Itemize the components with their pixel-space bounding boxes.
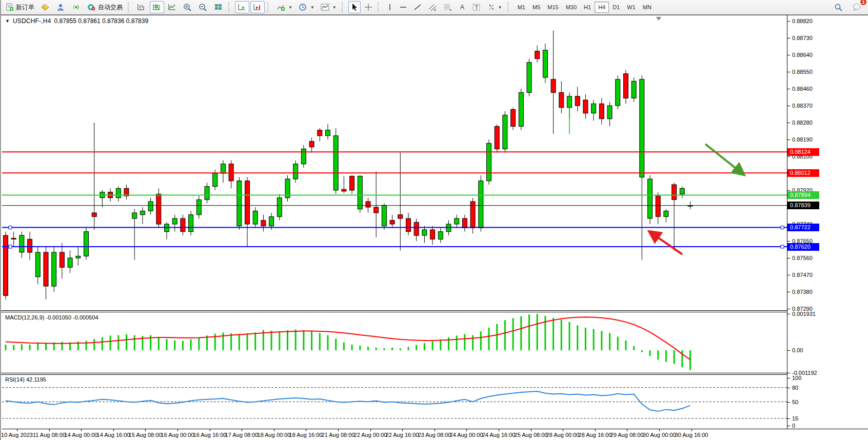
text-label-icon: T	[472, 3, 481, 11]
new-order-icon	[6, 3, 14, 11]
toolbar-separator	[378, 2, 381, 12]
time-axis[interactable]: 10 Aug 202311 Aug 08:0014 Aug 00:0014 Au…	[2, 429, 868, 440]
time-tick	[499, 429, 499, 431]
auto-scroll-icon	[238, 3, 247, 11]
red-up-arrow[interactable]	[650, 232, 682, 254]
gold-icon	[41, 3, 50, 11]
time-tick	[531, 429, 531, 431]
trendline-button[interactable]	[411, 1, 424, 13]
zoom-in-icon	[183, 3, 192, 11]
horizontal-line-button[interactable]	[397, 1, 410, 13]
time-tick	[49, 429, 50, 431]
chat-icon	[852, 3, 861, 11]
autotrading-icon	[87, 3, 96, 11]
support-blue-line-1-price-tag[interactable]: 0.87722	[787, 224, 819, 231]
signal-button[interactable]	[69, 1, 83, 13]
price-tick: 0.88370	[787, 102, 813, 109]
timeframe-MN[interactable]: MN	[639, 2, 655, 13]
support-blue-line-2-price-tag[interactable]: 0.87620	[787, 243, 819, 251]
resistance-line-2-price-tag[interactable]: 0.88012	[787, 169, 819, 177]
price-axis[interactable]: 0.888200.887300.886400.885500.884600.883…	[787, 15, 868, 429]
time-tick	[627, 429, 627, 431]
price-tick: 0.88820	[787, 17, 813, 25]
timeframe-H1[interactable]: H1	[580, 2, 595, 13]
candlestick-chart-button[interactable]	[150, 1, 164, 13]
zoom-out-icon	[199, 3, 208, 11]
fibonacci-button[interactable]: F	[441, 1, 455, 13]
text-label-button[interactable]: T	[469, 1, 484, 13]
indicators-button[interactable]: ▼	[274, 1, 295, 13]
arrows-button[interactable]: ▼	[485, 1, 505, 13]
new-order-label: 新订单	[16, 3, 34, 12]
support-blue-line-1-handle[interactable]	[781, 226, 784, 229]
rsi-axis-tick: 50	[787, 398, 798, 406]
main-chart-pane[interactable]	[2, 15, 787, 311]
bid-price-line-price-tag[interactable]: 0.87839	[787, 202, 819, 209]
profile-icon	[56, 3, 65, 11]
support-blue-line-1-handle[interactable]	[9, 226, 12, 229]
timeframe-M15[interactable]: M15	[544, 2, 562, 13]
zoom-in-button[interactable]	[181, 1, 195, 13]
autotrading-label: 自动交易	[98, 3, 123, 12]
time-tick	[435, 429, 435, 431]
timeframe-bar: M1M5M15M30H1H4D1W1MN	[514, 2, 655, 13]
macd-signal-line	[6, 317, 691, 359]
chevron-down-icon: ▼	[310, 5, 314, 10]
symbol-title: USDCHF-,H4	[13, 17, 51, 25]
green-down-arrow[interactable]	[705, 144, 743, 174]
arrow-objects-icon	[487, 3, 496, 11]
chart-shift-marker[interactable]	[656, 17, 661, 21]
symbol-ohlc: 0.87855 0.87861 0.87836 0.87839	[54, 17, 149, 25]
time-tick	[242, 429, 242, 431]
timeframe-W1[interactable]: W1	[623, 2, 639, 13]
time-tick	[177, 429, 178, 431]
bar-chart-button[interactable]	[134, 1, 149, 13]
periods-button[interactable]: ▼	[296, 1, 317, 13]
chat-badge: 1	[860, 0, 866, 5]
time-tick	[338, 429, 339, 431]
text-icon: A	[459, 3, 466, 11]
chevron-down-icon: ▼	[332, 5, 337, 10]
templates-button[interactable]: ▼	[318, 1, 339, 13]
candlestick-chart-icon	[152, 3, 162, 11]
crosshair-button[interactable]	[362, 1, 375, 13]
tile-windows-button[interactable]	[211, 1, 226, 13]
search-button[interactable]	[832, 1, 845, 13]
time-tick	[274, 429, 274, 431]
time-label: 30 Aug 16:00	[668, 432, 715, 438]
price-tick: 0.88280	[787, 119, 813, 126]
support-blue-line-2-handle[interactable]	[9, 245, 12, 248]
timeframe-M30[interactable]: M30	[562, 2, 580, 13]
equidistant-channel-icon: E	[428, 3, 437, 11]
timeframe-M5[interactable]: M5	[529, 2, 544, 13]
new-order-button[interactable]: 新订单	[3, 1, 37, 13]
vertical-line-icon	[387, 3, 393, 11]
market-watch-button[interactable]	[38, 1, 52, 13]
macd-pane[interactable]	[2, 312, 787, 373]
clock-icon	[299, 3, 308, 11]
macd-axis-tick: 0.001931	[787, 310, 816, 317]
line-chart-button[interactable]	[165, 1, 180, 13]
vertical-line-button[interactable]	[384, 1, 396, 13]
svg-text:T: T	[475, 4, 478, 10]
support-blue-line-2-handle[interactable]	[781, 245, 784, 248]
text-button[interactable]: A	[456, 1, 468, 13]
cursor-button[interactable]	[348, 1, 361, 13]
chart-shift-button[interactable]	[250, 1, 265, 13]
auto-scroll-button[interactable]	[235, 1, 249, 13]
timeframe-H4[interactable]: H4	[595, 2, 609, 13]
profile-button[interactable]	[53, 1, 68, 13]
zoom-out-button[interactable]	[196, 1, 210, 13]
chat-button[interactable]: 1	[850, 1, 864, 13]
time-tick	[210, 429, 210, 431]
crosshair-icon	[364, 3, 372, 11]
resistance-line-1-price-tag[interactable]: 0.88124	[787, 148, 819, 156]
pivot-green-line-price-tag[interactable]: 0.87894	[787, 191, 819, 199]
timeframe-D1[interactable]: D1	[609, 2, 623, 13]
equidistant-channel-button[interactable]: E	[425, 1, 440, 13]
rsi-axis-tick: 0	[787, 422, 795, 429]
timeframe-M1[interactable]: M1	[514, 2, 529, 13]
autotrading-button[interactable]: 自动交易	[84, 1, 125, 13]
rsi-pane[interactable]	[2, 375, 787, 429]
templates-icon	[321, 3, 330, 11]
